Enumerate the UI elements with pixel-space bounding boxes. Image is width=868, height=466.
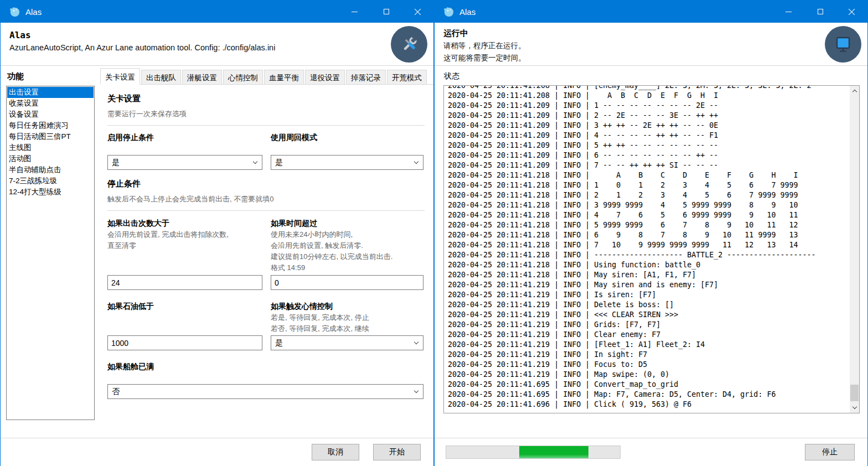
section-title: 关卡设置 xyxy=(107,94,425,104)
scroll-down-button[interactable] xyxy=(850,403,859,412)
minimize-button[interactable] xyxy=(773,1,804,23)
tab[interactable]: 潜艇设置 xyxy=(182,70,222,84)
maximize-button[interactable] xyxy=(804,1,836,23)
log-line: 2020-04-25 20:11:41.219 | INFO | Focus t… xyxy=(448,360,848,370)
tab[interactable]: 出击舰队 xyxy=(141,70,181,84)
scroll-up-button[interactable] xyxy=(850,86,859,96)
chevron-up-icon xyxy=(852,90,856,94)
tab[interactable]: 关卡设置 xyxy=(100,68,140,85)
enable-stop-select[interactable]: 是 xyxy=(107,155,262,170)
settings-titlebar: Alas xyxy=(1,1,433,23)
log-line: 2020-04-25 20:11:41.209 | INFO | 5 ++ ++… xyxy=(448,141,848,151)
time-limit-desc: 建议提前10分钟左右, 以完成当前出击. xyxy=(271,252,423,261)
cycle-mode-label: 使用周回模式 xyxy=(271,132,423,142)
log-line: 2020-04-25 20:11:41.219 | INFO | Is sire… xyxy=(448,290,848,300)
log-line: 2020-04-25 20:11:41.209 | INFO | 2 -- 2E… xyxy=(448,111,848,121)
maximize-icon xyxy=(818,9,823,14)
dock-full-select[interactable]: 否 xyxy=(107,384,423,399)
log-line: 2020-04-25 20:11:41.695 | INFO | Convert… xyxy=(448,380,848,390)
settings-content: 关卡设置出击舰队潜艇设置心情控制血量平衡退役设置掉落记录开荒模式 关卡设置 需要… xyxy=(100,66,433,438)
sidebar-item[interactable]: 12-4打大型练级 xyxy=(7,187,94,198)
monitor-icon xyxy=(825,26,861,63)
sidebar-item[interactable]: 收菜设置 xyxy=(7,98,94,109)
tab[interactable]: 开荒模式 xyxy=(387,70,427,84)
sidebar-item[interactable]: 出击设置 xyxy=(7,87,94,98)
log-line: 2020-04-25 20:11:41.208 | INFO | A B C D… xyxy=(448,91,848,101)
log-scrollbar[interactable] xyxy=(850,86,859,413)
start-button[interactable]: 开始 xyxy=(373,444,421,460)
close-button[interactable] xyxy=(402,1,433,23)
cycle-mode-select[interactable]: 是 xyxy=(271,155,423,170)
alas-logo-icon xyxy=(443,6,454,17)
log-line: 2020-04-25 20:11:41.219 | INFO | Grids: … xyxy=(448,320,848,330)
sidebar-heading: 功能 xyxy=(6,70,95,86)
sortie-count-input[interactable] xyxy=(107,275,262,290)
log-line: 2020-04-25 20:11:41.218 | INFO | 3 9999 … xyxy=(448,200,848,210)
log-line: 2020-04-25 20:11:41.219 | INFO | May sir… xyxy=(448,280,848,290)
emotion-control-desc: 若是, 等待回复, 完成本次, 停止 xyxy=(271,313,423,322)
log-output[interactable]: 2020-04-25 20:11:41.208 | INFO | [enemy_… xyxy=(443,85,860,413)
emotion-control-label: 如果触发心情控制 xyxy=(271,301,423,311)
settings-body: 功能 出击设置收菜设置设备设置每日任务困难演习每日活动图三倍PT主线图活动图半自… xyxy=(1,66,433,438)
tab[interactable]: 心情控制 xyxy=(223,70,263,84)
log-line: 2020-04-25 20:11:41.218 | INFO | -------… xyxy=(448,250,848,260)
scrollbar-thumb[interactable] xyxy=(850,385,859,401)
log-line: 2020-04-25 20:11:41.219 | INFO | Delete … xyxy=(448,300,848,310)
app-title: Alas xyxy=(9,30,433,40)
settings-footer: 取消 开始 xyxy=(1,438,433,466)
tab[interactable]: 血量平衡 xyxy=(264,70,304,84)
time-limit-desc: 会沿用先前设置, 触发后清零. xyxy=(271,241,423,250)
tab[interactable]: 退役设置 xyxy=(305,70,345,84)
chevron-down-icon xyxy=(414,340,418,344)
log-line: 2020-04-25 20:11:41.218 | INFO | 5 9999 … xyxy=(448,220,848,230)
log-line: 2020-04-25 20:11:41.219 | INFO | Map swi… xyxy=(448,370,848,380)
minimize-icon xyxy=(786,12,792,12)
log-line: 2020-04-25 20:11:41.218 | INFO | 4 7 6 5… xyxy=(448,210,848,220)
dock-full-value: 否 xyxy=(112,387,120,397)
time-limit-input[interactable] xyxy=(271,275,423,290)
oil-limit-input[interactable] xyxy=(107,335,262,350)
tab[interactable]: 掉落记录 xyxy=(346,70,386,84)
log-line: 2020-04-25 20:11:41.209 | INFO | 3 ++ ++… xyxy=(448,121,848,131)
dock-full-label: 如果船舱已满 xyxy=(107,361,423,371)
minimize-button[interactable] xyxy=(339,1,370,23)
stop-button[interactable]: 停止 xyxy=(805,444,855,460)
sidebar-item[interactable]: 活动图 xyxy=(7,153,94,164)
sidebar-item[interactable]: 每日任务困难演习 xyxy=(7,120,94,131)
sortie-count-desc: 直至清零 xyxy=(107,241,262,250)
stage-settings-panel: 关卡设置 需要运行一次来保存选项 启用停止条件 是 使用周回模式 xyxy=(100,85,433,438)
log-line: 2020-04-25 20:11:41.218 | INFO | A B C D… xyxy=(448,170,848,180)
log-line: 2020-04-25 20:11:41.696 | INFO | Click (… xyxy=(448,400,848,410)
tabbar: 关卡设置出击舰队潜艇设置心情控制血量平衡退役设置掉落记录开荒模式 xyxy=(100,68,433,85)
enable-stop-value: 是 xyxy=(112,158,120,168)
log-lines: 2020-04-25 20:11:41.208 | INFO | [enemy_… xyxy=(444,85,859,410)
minimize-icon xyxy=(352,12,358,12)
function-list[interactable]: 出击设置收菜设置设备设置每日任务困难演习每日活动图三倍PT主线图活动图半自动辅助… xyxy=(6,86,95,420)
run-status-title: 运行中 xyxy=(443,28,867,39)
log-line: 2020-04-25 20:11:41.218 | INFO | 6 9 8 7… xyxy=(448,230,848,240)
sidebar-item[interactable]: 半自动辅助点击 xyxy=(7,164,94,175)
cancel-button[interactable]: 取消 xyxy=(312,444,359,460)
maximize-icon xyxy=(384,9,389,14)
maximize-button[interactable] xyxy=(370,1,402,23)
sidebar-item[interactable]: 设备设置 xyxy=(7,109,94,120)
divider xyxy=(107,210,425,211)
enable-stop-label: 启用停止条件 xyxy=(107,132,262,142)
oil-limit-label: 如果石油低于 xyxy=(107,301,262,311)
caption-buttons xyxy=(339,1,433,23)
emotion-control-select[interactable]: 是 xyxy=(271,335,423,350)
function-sidebar: 功能 出击设置收菜设置设备设置每日任务困难演习每日活动图三倍PT主线图活动图半自… xyxy=(6,70,95,438)
time-limit-desc: 格式 14:59 xyxy=(271,263,423,272)
sidebar-item[interactable]: 主线图 xyxy=(7,142,94,153)
log-line: 2020-04-25 20:11:41.218 | INFO | 2 1 2 3… xyxy=(448,190,848,200)
runner-window: Alas 运行中 请稍等，程序正在运行。 这可能将需要一定时间。 xyxy=(434,0,868,466)
close-button[interactable] xyxy=(836,1,867,23)
close-icon xyxy=(414,8,421,15)
sidebar-item[interactable]: 每日活动图三倍PT xyxy=(7,131,94,142)
settings-header: Alas AzurLaneAutoScript, An Azur Lane au… xyxy=(1,23,433,66)
alas-logo-icon xyxy=(9,6,20,17)
runner-titlebar: Alas xyxy=(435,1,867,23)
sidebar-item[interactable]: 7-2三战拣垃圾 xyxy=(7,175,94,187)
progress-fill xyxy=(519,446,589,458)
cycle-mode-value: 是 xyxy=(275,158,283,168)
